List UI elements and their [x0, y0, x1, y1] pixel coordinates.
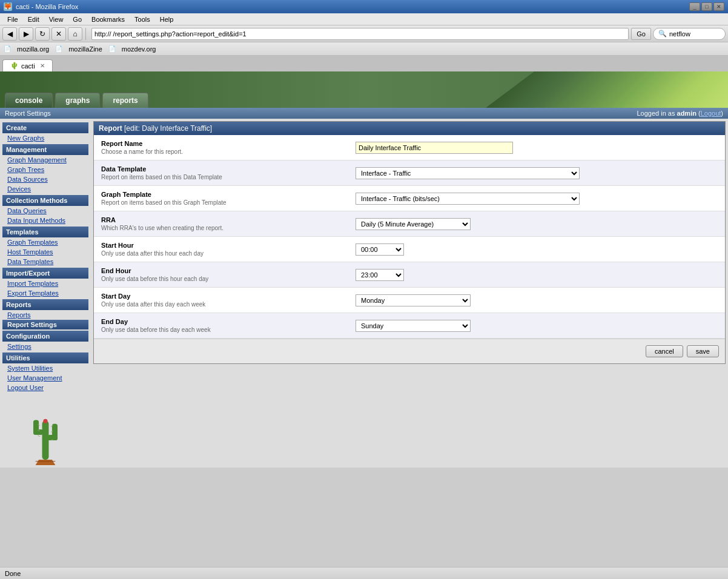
stop-button[interactable]: ✕ — [51, 27, 66, 41]
menu-help[interactable]: Help — [155, 15, 179, 24]
form-row-rra: RRA Which RRA's to use when creating the… — [94, 211, 725, 237]
form-row-end-day: End Day Only use data before this day ea… — [94, 313, 725, 339]
logout-link[interactable]: Logout — [701, 110, 721, 117]
menu-file[interactable]: File — [2, 15, 23, 24]
sidebar-item-report-settings[interactable]: Report Settings — [2, 320, 88, 329]
end-day-select[interactable]: Monday Tuesday Wednesday Thursday Friday… — [356, 320, 471, 332]
address-text: http:// /report_settings.php?action=repo… — [94, 30, 247, 38]
sidebar-item-data-sources[interactable]: Data Sources — [2, 174, 88, 184]
status-bar: Done — [0, 567, 728, 579]
sidebar-section-templates[interactable]: Templates — [2, 227, 88, 237]
sidebar-item-reports[interactable]: Reports — [2, 310, 88, 320]
report-title-bar: Report [edit: Daily Interface Traffic] — [94, 122, 725, 135]
nav-tab-graphs[interactable]: graphs — [55, 93, 100, 108]
label-desc-data-template: Report on items based on this Data Templ… — [101, 174, 341, 180]
bookmark-mozillazine[interactable]: mozillaZine — [65, 45, 106, 53]
sidebar-section-utilities[interactable]: Utilities — [2, 352, 88, 363]
form-label-end-day: End Day Only use data before this day ea… — [94, 313, 348, 339]
menu-view[interactable]: View — [44, 15, 68, 24]
bookmark-icon-1: 📄 — [55, 45, 62, 52]
bookmark-mozilla[interactable]: mozilla.org — [13, 45, 53, 53]
menu-bar: File Edit View Go Bookmarks Tools Help — [0, 13, 728, 25]
cacti-nav: console graphs reports — [0, 93, 148, 108]
menu-edit[interactable]: Edit — [23, 15, 44, 24]
sidebar-item-export-templates[interactable]: Export Templates — [2, 288, 88, 298]
sidebar-item-import-templates[interactable]: Import Templates — [2, 279, 88, 288]
form-label-start-day: Start Day Only use data after this day e… — [94, 288, 348, 313]
form-row-report-name: Report Name Choose a name for this repor… — [94, 135, 725, 160]
nav-tab-console[interactable]: console — [5, 93, 53, 108]
form-input-rra: Daily (5 Minute Average) — [348, 211, 725, 237]
sidebar-item-host-templates[interactable]: Host Templates — [2, 247, 88, 257]
sidebar-item-system-utilities[interactable]: System Utilities — [2, 363, 88, 373]
sidebar-item-data-queries[interactable]: Data Queries — [2, 206, 88, 216]
go-button[interactable]: Go — [631, 28, 651, 40]
browser-toolbar: ◀ ▶ ↻ ✕ ⌂ http:// /report_settings.php?a… — [0, 25, 728, 42]
sidebar-item-graph-templates[interactable]: Graph Templates — [2, 237, 88, 247]
status-text: Done — [5, 570, 21, 577]
sidebar-section-collection-methods[interactable]: Collection Methods — [2, 195, 88, 206]
form-input-graph-template: Interface - Traffic (bits/sec) — [348, 186, 725, 211]
sidebar-item-user-management[interactable]: User Management — [2, 373, 88, 383]
maximize-button[interactable]: □ — [701, 2, 712, 11]
cactus-icon — [21, 405, 70, 465]
sidebar-item-settings[interactable]: Settings — [2, 342, 88, 351]
reload-button[interactable]: ↻ — [35, 27, 50, 41]
address-bar[interactable]: http:// /report_settings.php?action=repo… — [91, 28, 629, 40]
bookmark-mozdev[interactable]: mozdev.org — [118, 45, 160, 53]
data-template-select[interactable]: Interface - Traffic — [356, 167, 580, 179]
report-name-input[interactable] — [356, 142, 513, 154]
save-button[interactable]: save — [687, 345, 719, 357]
svg-rect-4 — [52, 424, 58, 440]
end-hour-select[interactable]: 23:00 22:00 — [356, 269, 404, 281]
sidebar-section-reports[interactable]: Reports — [2, 299, 88, 310]
form-edit-label: [edit: Daily Interface Traffic] — [124, 124, 212, 133]
form-input-start-hour: 00:00 01:00 02:00 — [348, 237, 725, 262]
start-hour-select[interactable]: 00:00 01:00 02:00 — [356, 243, 404, 256]
toolbar-separator — [85, 28, 86, 40]
label-title-report-name: Report Name — [101, 140, 341, 147]
sidebar-item-new-graphs[interactable]: New Graphs — [2, 133, 88, 143]
back-button[interactable]: ◀ — [2, 27, 17, 41]
label-desc-start-day: Only use data after this day each week — [101, 301, 341, 308]
sidebar-logo — [2, 405, 88, 465]
sidebar-item-graph-management[interactable]: Graph Management — [2, 155, 88, 165]
form-label-rra: RRA Which RRA's to use when creating the… — [94, 211, 348, 237]
browser-tab-cacti[interactable]: 🌵 cacti ✕ — [2, 59, 53, 71]
menu-tools[interactable]: Tools — [130, 15, 155, 24]
form-input-end-hour: 23:00 22:00 — [348, 262, 725, 288]
svg-marker-11 — [36, 460, 56, 465]
sidebar-item-data-templates[interactable]: Data Templates — [2, 257, 88, 266]
form-input-data-template: Interface - Traffic — [348, 160, 725, 186]
form-label-start-hour: Start Hour Only use data after this hour… — [94, 237, 348, 262]
forward-button[interactable]: ▶ — [19, 27, 33, 41]
svg-rect-2 — [33, 420, 39, 435]
start-day-select[interactable]: Monday Tuesday Wednesday Thursday Friday… — [356, 294, 471, 306]
sidebar-section-configuration[interactable]: Configuration — [2, 331, 88, 342]
sidebar-item-logout-user[interactable]: Logout User — [2, 383, 88, 392]
nav-tab-reports[interactable]: reports — [102, 93, 148, 108]
sidebar-section-import-export[interactable]: Import/Export — [2, 268, 88, 279]
home-button[interactable]: ⌂ — [68, 27, 82, 41]
form-table: Report Name Choose a name for this repor… — [94, 135, 725, 339]
menu-bookmarks[interactable]: Bookmarks — [87, 15, 130, 24]
label-title-start-day: Start Day — [101, 293, 341, 300]
sidebar-item-graph-trees[interactable]: Graph Trees — [2, 165, 88, 174]
sidebar-item-data-input-methods[interactable]: Data Input Methods — [2, 216, 88, 225]
label-title-rra: RRA — [101, 216, 341, 223]
tab-close-icon[interactable]: ✕ — [40, 62, 45, 69]
search-box[interactable]: 🔍 netflow — [653, 28, 726, 40]
close-button[interactable]: ✕ — [713, 2, 724, 11]
cancel-button[interactable]: cancel — [646, 345, 683, 357]
menu-go[interactable]: Go — [68, 15, 87, 24]
sidebar-section-create[interactable]: Create — [2, 122, 88, 133]
graph-template-select[interactable]: Interface - Traffic (bits/sec) — [356, 193, 580, 205]
svg-rect-0 — [42, 421, 49, 460]
sidebar-section-management[interactable]: Management — [2, 144, 88, 155]
sidebar-item-devices[interactable]: Devices — [2, 184, 88, 194]
rra-select[interactable]: Daily (5 Minute Average) — [356, 218, 471, 230]
page-title: Report Settings — [5, 110, 51, 117]
minimize-button[interactable]: _ — [689, 2, 700, 11]
label-desc-graph-template: Report on items based on this Graph Temp… — [101, 199, 341, 206]
form-label-graph-template: Graph Template Report on items based on … — [94, 186, 348, 211]
